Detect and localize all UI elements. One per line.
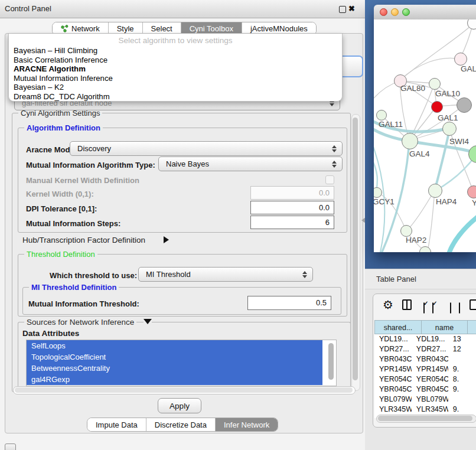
data-attributes-label: Data Attributes: [22, 329, 79, 338]
node-label: GAL11: [379, 120, 403, 129]
table-row[interactable]: YPR145WYPR145W9.: [374, 364, 476, 374]
settings-hscrollbar[interactable]: [13, 386, 356, 394]
option-mutual-information[interactable]: Mutual Information Inference: [9, 74, 342, 83]
export-table-icon[interactable]: [470, 299, 476, 310]
network-window[interactable]: GALGAL80GAL10GAL1GAL11SWI4GAL4GCY1HAP4YH…: [374, 5, 476, 252]
option-bayesian-k2[interactable]: Bayesian – K2: [9, 83, 342, 92]
table-cell: 8.: [448, 374, 476, 384]
bottom-tabbar: Impute Data Discretize Data Infer Networ…: [87, 418, 278, 432]
tab-infer-network[interactable]: Infer Network: [216, 418, 278, 431]
attribute-item-selfloops[interactable]: SelfLoops: [27, 340, 322, 351]
table-hscrollbar[interactable]: [376, 415, 476, 423]
column-header-partial[interactable]: A: [467, 320, 476, 334]
aracne-mode-combo[interactable]: Discovery: [70, 141, 343, 156]
network-window-titlebar[interactable]: [374, 5, 476, 20]
table-row[interactable]: YER054CYER054C8.: [374, 374, 476, 384]
tab-label: Infer Network: [224, 420, 269, 429]
settings-scrollbar[interactable]: [351, 114, 360, 391]
table-row[interactable]: YDL19...YDL19...13: [374, 334, 476, 344]
float-window-icon[interactable]: [339, 6, 346, 13]
table-row[interactable]: YBR043CYBR043C: [374, 354, 476, 364]
attributes-scrollbar[interactable]: [328, 342, 335, 383]
table-cell: [448, 354, 476, 364]
table-panel-title: Table Panel: [376, 275, 416, 283]
expand-arrow-icon[interactable]: [164, 236, 169, 243]
network-node[interactable]: [376, 110, 387, 120]
panel-title: Control Panel: [5, 4, 51, 13]
combo-stepper-icon: [332, 145, 337, 152]
manual-kernel-checkbox[interactable]: [325, 175, 334, 184]
tab-impute-data[interactable]: Impute Data: [87, 418, 146, 431]
table-row[interactable]: YDR27...YDR27...12: [374, 344, 476, 354]
table-cell: 12: [448, 344, 476, 354]
settings-hscrollbar-thumb[interactable]: [15, 387, 353, 393]
option-basic-correlation[interactable]: Basic Correlation Inference: [9, 56, 342, 65]
collapse-arrow-icon[interactable]: [144, 319, 152, 324]
mi-threshold-field[interactable]: 0.5: [247, 296, 331, 310]
table-row[interactable]: YLR345WYLR345W9.: [374, 405, 476, 415]
dpi-tolerance-field[interactable]: 0.0: [250, 201, 334, 214]
select-all-checkbox-icon[interactable]: [423, 302, 425, 314]
hub-section-label[interactable]: Hub/Transcription Factor Definition: [22, 236, 145, 244]
network-node[interactable]: [429, 78, 441, 90]
option-bayesian-hill-climbing[interactable]: Bayesian – Hill Climbing: [9, 46, 342, 56]
data-attributes-list[interactable]: SelfLoops TopologicalCoefficient Between…: [26, 340, 337, 386]
network-node[interactable]: [454, 53, 467, 66]
sources-group-title: Sources for Network Inference: [24, 318, 136, 327]
close-traffic-light-icon[interactable]: [380, 8, 387, 16]
network-node[interactable]: [431, 101, 443, 113]
tab-label: Cyni Toolbox: [190, 24, 233, 33]
network-node[interactable]: [428, 184, 442, 198]
kernel-width-field[interactable]: 0.0: [250, 186, 334, 200]
network-node[interactable]: [400, 225, 412, 237]
attribute-item-betweenness[interactable]: BetweennessCentrality: [27, 363, 322, 374]
column-header-name[interactable]: name: [421, 320, 467, 334]
collapsed-panel-icon[interactable]: [5, 444, 16, 450]
attribute-item-topological[interactable]: TopologicalCoefficient: [27, 351, 322, 363]
tab-label: Network: [71, 24, 100, 33]
minimize-traffic-light-icon[interactable]: [391, 8, 399, 16]
network-node[interactable]: [402, 133, 418, 149]
node-label: GAL1: [438, 113, 458, 122]
settings-scrollbar-thumb[interactable]: [353, 118, 358, 380]
table-body[interactable]: YDL19...YDL19...13YDR27...YDR27...12YBR0…: [374, 334, 476, 418]
table-row[interactable]: YBL079WYBL079W: [374, 394, 476, 405]
option-dream8[interactable]: Dream8 DC_TDC Algorithm: [9, 92, 342, 102]
table-row[interactable]: YBR045CYBR045C9.: [374, 384, 476, 394]
table-cell: 9.: [448, 405, 476, 415]
which-threshold-combo[interactable]: MI Threshold: [138, 267, 313, 282]
column-header-shared-name[interactable]: shared...: [374, 320, 421, 334]
table-panel-titlebar: Table Panel: [365, 269, 476, 289]
node-label: GAL4: [409, 149, 430, 158]
table-cell: YBL079W: [412, 394, 448, 405]
network-canvas[interactable]: GALGAL80GAL10GAL1GAL11SWI4GAL4GCY1HAP4YH…: [374, 19, 476, 252]
table-cell: YER054C: [374, 374, 412, 384]
table-cell: YDL19...: [374, 334, 412, 344]
zoom-traffic-light-icon[interactable]: [402, 8, 410, 16]
network-node[interactable]: [467, 185, 476, 198]
tab-label: jActiveMNodules: [250, 24, 308, 33]
node-label: HAP4: [436, 197, 457, 206]
table-hscrollbar-thumb[interactable]: [378, 416, 472, 421]
option-aracne[interactable]: ARACNE Algorithm: [9, 64, 342, 74]
table-panel: ⚙ shared... name A YDL19...YDL19...13YDR…: [373, 294, 476, 428]
select-all-checkbox-icon[interactable]: [432, 302, 433, 314]
network-node[interactable]: [442, 122, 457, 136]
deselect-all-checkbox-icon[interactable]: [459, 302, 460, 314]
network-node[interactable]: [457, 97, 472, 113]
attributes-scrollbar-thumb[interactable]: [328, 343, 334, 380]
combo-stepper-icon: [332, 161, 337, 168]
tab-discretize-data[interactable]: Discretize Data: [146, 418, 216, 431]
mi-type-combo[interactable]: Naive Bayes: [158, 156, 343, 171]
apply-button[interactable]: Apply: [158, 398, 201, 413]
table-cell: YDL19...: [412, 334, 448, 344]
attribute-item-gal4rgexp[interactable]: gal4RGexp: [27, 374, 322, 385]
node-label: Y: [472, 198, 476, 207]
tab-label: Discretize Data: [155, 420, 207, 429]
table-columns-icon[interactable]: [402, 299, 412, 310]
mi-steps-field[interactable]: 6: [250, 216, 334, 229]
table-cell: YPR145W: [374, 364, 412, 374]
gear-icon[interactable]: ⚙: [383, 299, 393, 311]
deselect-all-checkbox-icon[interactable]: [450, 302, 451, 314]
close-icon[interactable]: ✖: [348, 4, 355, 13]
